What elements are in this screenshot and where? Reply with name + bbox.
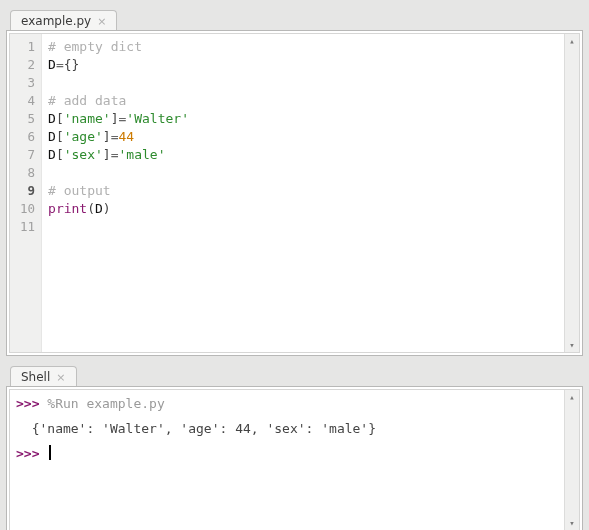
scroll-up-icon[interactable]: ▴ — [565, 390, 579, 404]
shell-scrollbar[interactable]: ▴ ▾ — [564, 390, 579, 530]
code-line: D={} — [48, 56, 558, 74]
scroll-down-icon[interactable]: ▾ — [565, 516, 579, 530]
shell-code[interactable]: >>> %Run example.py {'name': 'Walter', '… — [10, 390, 564, 530]
shell-pane: >>> %Run example.py {'name': 'Walter', '… — [6, 386, 583, 530]
tab-shell[interactable]: Shell × — [10, 366, 77, 387]
line-number: 9 — [20, 182, 35, 200]
code-line: # output — [48, 182, 558, 200]
line-number: 2 — [20, 56, 35, 74]
editor-pane: 1234567891011 # empty dictD={} # add dat… — [6, 30, 583, 356]
code-line — [48, 164, 558, 182]
close-icon[interactable]: × — [56, 372, 65, 383]
line-number: 4 — [20, 92, 35, 110]
line-number: 1 — [20, 38, 35, 56]
line-number: 10 — [20, 200, 35, 218]
tab-label: Shell — [21, 370, 50, 384]
line-number: 5 — [20, 110, 35, 128]
text-cursor — [49, 445, 50, 460]
editor-panel: example.py × 1234567891011 # empty dictD… — [6, 6, 583, 356]
tab-label: example.py — [21, 14, 91, 28]
tab-example-py[interactable]: example.py × — [10, 10, 117, 31]
editor-gutter: 1234567891011 — [10, 34, 42, 352]
editor-tab-bar: example.py × — [6, 6, 583, 30]
shell-line: {'name': 'Walter', 'age': 44, 'sex': 'ma… — [16, 419, 558, 438]
code-line: D['age']=44 — [48, 128, 558, 146]
line-number: 3 — [20, 74, 35, 92]
line-number: 7 — [20, 146, 35, 164]
code-line: # add data — [48, 92, 558, 110]
shell-panel: Shell × >>> %Run example.py {'name': 'Wa… — [6, 362, 583, 530]
editor-scrollbar[interactable]: ▴ ▾ — [564, 34, 579, 352]
code-line: D['name']='Walter' — [48, 110, 558, 128]
close-icon[interactable]: × — [97, 16, 106, 27]
line-number: 11 — [20, 218, 35, 236]
code-line: D['sex']='male' — [48, 146, 558, 164]
editor-code[interactable]: # empty dictD={} # add dataD['name']='Wa… — [42, 34, 564, 352]
code-line: # empty dict — [48, 38, 558, 56]
shell-line: >>> %Run example.py — [16, 394, 558, 413]
scroll-down-icon[interactable]: ▾ — [565, 338, 579, 352]
shell-tab-bar: Shell × — [6, 362, 583, 386]
code-line — [48, 74, 558, 92]
code-line: print(D) — [48, 200, 558, 218]
scroll-up-icon[interactable]: ▴ — [565, 34, 579, 48]
line-number: 8 — [20, 164, 35, 182]
shell-line: >>> — [16, 444, 558, 463]
line-number: 6 — [20, 128, 35, 146]
code-line — [48, 218, 558, 236]
